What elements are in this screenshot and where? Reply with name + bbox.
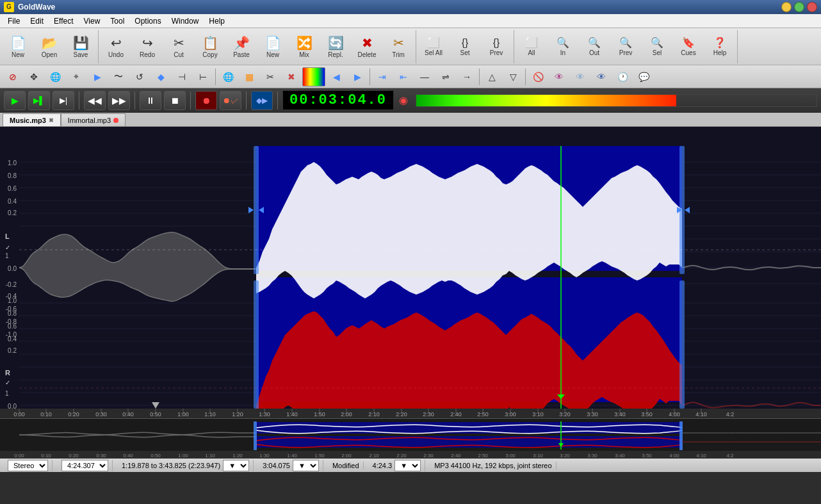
menu-file[interactable]: File [3,15,25,27]
duration2-select[interactable]: ▼ [394,460,421,471]
svg-text:1: 1 [5,390,9,397]
color-bar-button[interactable] [302,67,325,86]
zoom-in-button[interactable]: 🔍 In [548,30,578,63]
duration-select[interactable]: 4:24.307 [61,460,108,471]
delete-icon: ✖ [362,35,373,51]
zoom-all-icon: ⬜ [525,37,538,49]
cues-button[interactable]: 🔖 Cues [673,30,704,63]
play-selection-button[interactable]: ▶▌ [28,91,50,110]
selection-select[interactable]: ▼ [223,460,249,471]
forward-button[interactable]: ▶▶ [108,91,130,110]
menu-options[interactable]: Options [129,15,166,27]
paste-button[interactable]: 📌 Paste [226,30,257,63]
eye2-button[interactable]: 👁 [570,67,590,86]
arrow-right-button[interactable]: ▶ [87,67,108,86]
play-button[interactable]: ▶ [4,91,26,110]
menu-window[interactable]: Window [167,15,204,27]
waveform-area[interactable]: 1.0 0.8 0.6 0.4 0.2 0.0 -0.2 -0.4 -0.6 -… [0,127,821,418]
rainbow-button[interactable]: ▦ [239,67,259,86]
save-button[interactable]: 💾 Save [65,30,96,63]
zoom-prev-button[interactable]: 🔍 Prev [610,30,641,63]
stop-button[interactable]: ⏹ [164,91,186,110]
undo-button[interactable]: ↩ Undo [101,30,131,63]
scissor2-button[interactable]: ✂ [260,67,280,86]
svg-text:1:00: 1:00 [178,453,188,459]
transport-sep4 [246,92,247,110]
open-button[interactable]: 📂 Open [34,30,65,63]
cycle-button[interactable]: ↺ [129,67,150,86]
tab-immortal[interactable]: Immortal.mp3 [61,113,126,126]
zoom-sel-button[interactable]: 🔍 Sel [642,30,672,63]
x-button[interactable]: ✖ [281,67,302,86]
minimize-button[interactable] [781,2,792,12]
maximize-button[interactable] [794,2,804,12]
svg-text:1:40: 1:40 [287,453,297,459]
mix-button[interactable]: 🔀 Mix [289,30,320,63]
rewind-button[interactable]: ◀◀ [84,91,106,110]
arrows-button[interactable]: ⇌ [435,67,456,86]
position-select[interactable]: ▼ [293,460,319,471]
new-button[interactable]: 📄 New [3,30,33,63]
eye3-button[interactable]: 👁 [591,67,612,86]
wave-button[interactable]: 〜 [108,67,129,86]
set-button[interactable]: {} Set [450,30,480,63]
pause-button[interactable]: ⏸ [140,91,161,110]
zoom-all-label: All [528,50,535,56]
bar-right-button[interactable]: ⊢ [193,67,213,86]
globe-button[interactable]: 🌐 [45,67,65,86]
menu-view[interactable]: View [79,15,106,27]
zoom-group: ⬜ All 🔍 In 🔍 Out 🔍 Prev 🔍 Sel 🔖 Cues ❓ H… [516,30,738,63]
left-arrow-button[interactable]: ◀ [326,67,346,86]
bar-left-button[interactable]: ⊣ [172,67,192,86]
modified-text: Modified [332,462,359,469]
redo-button[interactable]: ↪ Redo [132,30,163,63]
close-button[interactable] [807,2,817,12]
triangle-down-button[interactable]: ▽ [503,67,523,86]
menu-effect[interactable]: Effect [49,15,78,27]
globe2-button[interactable]: 🌐 [218,67,238,86]
selall-button[interactable]: ⬜ Sel All [418,30,449,63]
eye-button[interactable]: 👁 [549,67,569,86]
volume-container [416,94,817,107]
monitor-button[interactable]: ◆▶ [251,91,273,110]
tab-music-close[interactable]: ✖ [49,117,54,124]
menu-tool[interactable]: Tool [105,15,129,27]
delete-button[interactable]: ✖ Delete [352,30,382,63]
right3-button[interactable]: → [457,67,477,86]
new2-button[interactable]: 📄 New [257,30,288,63]
diamond-button[interactable]: ◆ [150,67,171,86]
prev-button[interactable]: {} Prev [481,30,512,63]
line-button[interactable]: ― [414,67,435,86]
record-button[interactable]: ⏺ [195,91,217,110]
transport-sep3 [190,92,191,110]
triangle-up-button[interactable]: △ [482,67,502,86]
menu-edit[interactable]: Edit [25,15,49,27]
channel-select[interactable]: Stereo Mono [8,460,48,471]
no-sign2-button[interactable]: 🚫 [528,67,548,86]
record-sel-button[interactable]: ⏺✓ [220,91,241,110]
copy-button[interactable]: 📋 Copy [195,30,225,63]
cut-button[interactable]: ✂ Cut [163,30,194,63]
zoom-out-button[interactable]: 🔍 Out [579,30,610,63]
svg-text:2:20: 2:20 [396,453,407,459]
help-button[interactable]: ❓ Help [704,30,735,63]
zoom-prev-icon: 🔍 [619,37,632,49]
copy-label: Copy [202,52,217,58]
waveform-svg: 1.0 0.8 0.6 0.4 0.2 0.0 -0.2 -0.4 -0.6 -… [0,127,821,418]
trim-button[interactable]: ✂ Trim [383,30,414,63]
tab-music[interactable]: Music.mp3 ✖ [3,113,61,126]
mini-waveform[interactable]: 0:00 0:10 0:20 0:30 0:40 0:50 1:00 1:10 … [0,418,821,458]
zoom-all-button[interactable]: ⬜ All [516,30,547,63]
arrow-right2-button[interactable]: ⇥ [372,67,393,86]
play-end-button[interactable]: ▶| [53,91,74,110]
menu-help[interactable]: Help [204,15,230,27]
volume-bar-container[interactable] [416,94,817,107]
crosshair-button[interactable]: ⌖ [66,67,86,86]
replace-button[interactable]: 🔄 Repl. [320,30,351,63]
chat-button[interactable]: 💬 [633,67,654,86]
clock-button[interactable]: 🕐 [612,67,633,86]
right-arrow-button[interactable]: ▶ [347,67,368,86]
arrow-left2-button[interactable]: ⇤ [393,67,414,86]
no-sign-button[interactable]: ⊘ [3,67,23,86]
move-button[interactable]: ✥ [24,67,44,86]
